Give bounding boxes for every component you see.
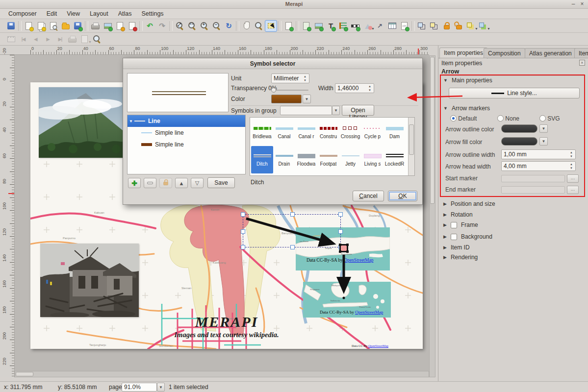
lock-layer-button[interactable] (159, 178, 172, 188)
spinner-arrows-icon[interactable]: ▲▼ (302, 75, 308, 82)
add-legend-icon[interactable] (337, 20, 349, 32)
tree-item-simple-line-2[interactable]: Simple line (128, 139, 245, 150)
save-symbol-button[interactable]: Save (207, 177, 235, 188)
tab-composition[interactable]: Composition (484, 48, 525, 58)
composer-manager-icon[interactable] (47, 20, 59, 32)
radio-svg-icon[interactable] (539, 115, 546, 122)
first-feature-icon[interactable]: |◀ (17, 33, 29, 45)
start-marker-browse-button[interactable]: ... (567, 174, 579, 183)
symbol-layer-tree[interactable]: ▼ Line Simple line Simple line (127, 115, 246, 174)
symbol-drain[interactable]: Drain (273, 146, 295, 173)
menu-settings[interactable]: Settings (137, 9, 168, 18)
selection-handle-ne[interactable] (338, 212, 343, 217)
move-layer-down-button[interactable]: ▽ (191, 178, 204, 188)
end-marker-browse-button[interactable]: ... (567, 186, 579, 194)
tab-items[interactable]: Items (574, 48, 588, 58)
export-svg-icon[interactable] (114, 20, 126, 32)
tree-expand-icon[interactable]: ▼ (128, 119, 134, 123)
symbol-living-s[interactable]: Living s (361, 146, 383, 173)
print-icon[interactable] (89, 20, 102, 32)
spinner-arrows-icon[interactable]: ▲▼ (568, 151, 574, 158)
add-table-icon[interactable] (386, 20, 398, 32)
vertical-scrollbar[interactable] (429, 55, 435, 377)
color-dropdown-icon[interactable]: ▼ (303, 95, 311, 103)
fill-color-dropdown-icon[interactable]: ▼ (539, 137, 548, 146)
symbol-grid[interactable]: BridlewaCanalCanal rConstruCrossingCycle… (250, 117, 415, 176)
marker-handle[interactable] (346, 250, 349, 253)
print-atlas-icon[interactable] (66, 33, 78, 45)
tab-atlas-generation[interactable]: Atlas generation (525, 48, 576, 58)
menu-view[interactable]: View (62, 9, 84, 18)
spinner-arrows-icon[interactable]: ▲▼ (367, 85, 373, 92)
move-item-content-icon[interactable] (282, 20, 295, 32)
selection-handle-n[interactable] (290, 212, 295, 217)
zoom-full-icon[interactable]: ⤢ (174, 20, 186, 32)
expand-icon[interactable]: ▶ (443, 212, 447, 217)
line-style-button[interactable]: Line style... (449, 88, 580, 98)
arrow-fill-color-swatch[interactable] (501, 137, 537, 146)
add-shape-icon[interactable]: ▼ (361, 20, 374, 32)
add-arrow-icon[interactable]: ↗ (374, 20, 386, 32)
atlas-preview-icon[interactable] (5, 33, 17, 45)
expand-icon[interactable]: ▶ (443, 222, 447, 227)
selection-handle-e[interactable] (338, 229, 343, 234)
item-selection-box[interactable] (243, 214, 341, 247)
horizontal-scrollbar-thumb[interactable] (16, 372, 33, 376)
horizontal-scrollbar[interactable] (15, 371, 429, 377)
color-swatch[interactable] (271, 95, 302, 103)
marker-handle[interactable] (339, 244, 341, 246)
add-html-icon[interactable]: </> (398, 20, 410, 32)
move-layer-up-button[interactable]: ▲ (175, 178, 188, 188)
symbols-group-combo[interactable] (280, 106, 332, 115)
unlock-items-icon[interactable] (453, 20, 465, 32)
marker-handle[interactable] (339, 250, 341, 253)
close-button[interactable]: × (578, 0, 586, 8)
radio-default-icon[interactable] (450, 115, 457, 122)
section-main-properties[interactable]: ▼ Main properties (443, 77, 492, 84)
transparency-slider[interactable] (271, 88, 308, 93)
destroyed-house-photo[interactable] (40, 244, 139, 317)
slider-knob[interactable] (271, 88, 276, 93)
zoom-region-icon[interactable] (253, 20, 265, 32)
symbol-constru[interactable]: Constru (317, 119, 339, 146)
symbol-lockedr[interactable]: LockedR (383, 146, 406, 173)
section-item-id[interactable]: ▶Item ID (443, 244, 470, 251)
section-position-and-size[interactable]: ▶Position and size (443, 200, 495, 207)
tab-item-properties[interactable]: Item properties (439, 48, 487, 59)
map-title-block[interactable]: MERAPI Images and text courtesy wikipedi… (153, 314, 300, 339)
radio-svg[interactable]: SVG (539, 115, 560, 122)
menu-layout[interactable]: Layout (85, 9, 113, 18)
cancel-button[interactable]: Cancel (353, 191, 384, 201)
save-as-template-icon[interactable] (72, 20, 84, 32)
section-arrow-markers[interactable]: ▼ Arrow markers (443, 105, 490, 112)
export-image-icon[interactable] (102, 20, 114, 32)
minimize-button[interactable]: – (569, 0, 577, 8)
open-library-button[interactable]: Open Library (342, 105, 374, 116)
expand-icon[interactable]: ▶ (443, 255, 447, 260)
marker-handle[interactable] (346, 244, 349, 246)
ungroup-items-icon[interactable] (428, 20, 440, 32)
add-symbol-layer-button[interactable]: ✚ (128, 178, 141, 188)
selection-handle-nw[interactable] (241, 212, 245, 217)
add-image-icon[interactable] (312, 20, 325, 32)
tree-item-simple-line-1[interactable]: Simple line (128, 127, 245, 139)
section-frame[interactable]: ▶Frame (443, 221, 478, 228)
inset-map-indonesia[interactable]: SingaporeMalaysiaIndonesiaTimor Leste Da… (303, 282, 391, 318)
section-rendering[interactable]: ▶Rendering (443, 254, 478, 261)
symbol-canal-r[interactable]: Canal r (295, 119, 317, 146)
menu-atlas[interactable]: Atlas (114, 9, 136, 18)
lock-items-icon[interactable] (440, 20, 453, 32)
end-marker-field[interactable] (501, 186, 565, 194)
symbol-grid-scrollbar[interactable] (408, 118, 414, 175)
new-composer-icon[interactable] (23, 20, 35, 32)
add-scalebar-icon[interactable] (349, 20, 361, 32)
dialog-title[interactable]: Symbol selector (123, 58, 422, 69)
symbol-cycle-p[interactable]: Cycle p (361, 119, 383, 146)
export-atlas-icon[interactable]: ▼ (78, 33, 91, 45)
zoom-out-icon[interactable]: − (210, 20, 223, 32)
open-icon[interactable] (59, 20, 72, 32)
frame-checkbox[interactable] (451, 222, 457, 228)
selection-handle-w[interactable] (241, 229, 245, 234)
previous-feature-icon[interactable]: ◀ (29, 33, 42, 45)
vertical-scrollbar-thumb[interactable] (430, 57, 435, 204)
